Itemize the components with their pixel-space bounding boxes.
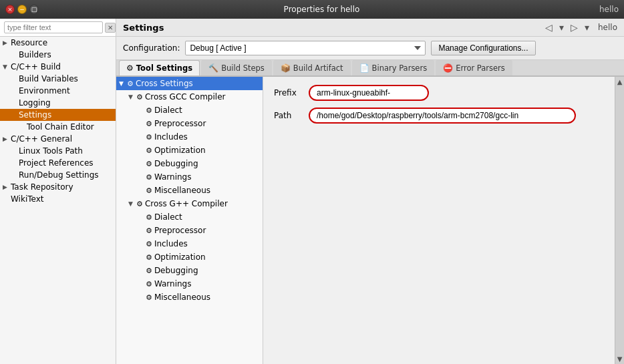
titlebar: × − □ Properties for hello hello — [0, 0, 624, 19]
tab-build-artifact[interactable]: 📦Build Artifact — [273, 60, 351, 75]
tree-panel-item-cross-gpp-compiler[interactable]: ▼⚙Cross G++ Compiler — [116, 197, 263, 210]
tab-binary-parsers[interactable]: 📄Binary Parsers — [352, 60, 435, 75]
tree-panel-item-gcc-includes[interactable]: ⚙Includes — [116, 130, 263, 144]
tree-panel-item-gpp-dialect[interactable]: ⚙Dialect — [116, 210, 263, 224]
prefix-label: Prefix — [274, 88, 303, 98]
tree-panel-item-gcc-preprocessor[interactable]: ⚙Preprocessor — [116, 117, 263, 130]
tp-icon-gcc-dialect: ⚙ — [146, 106, 152, 115]
tree-panel-item-gcc-dialect[interactable]: ⚙Dialect — [116, 104, 263, 117]
tp-icon-gcc-includes: ⚙ — [146, 133, 152, 142]
tree-panel-item-gpp-debugging[interactable]: ⚙Debugging — [116, 264, 263, 277]
tree-panel-item-gcc-miscellaneous[interactable]: ⚙Miscellaneous — [116, 184, 263, 197]
right-scrollbar[interactable]: ▲ ▼ — [615, 77, 624, 364]
tab-icon-error-parsers: ⛔ — [443, 63, 453, 73]
back-button[interactable]: ◁ — [543, 21, 555, 33]
tp-label-gcc-includes: Includes — [154, 132, 188, 142]
sidebar-item-resource[interactable]: ▶Resource — [0, 37, 116, 49]
content-area: Settings ◁ ▾ ▷ ▾ hello Configuration: De… — [116, 19, 624, 364]
sidebar-item-builders[interactable]: Builders — [0, 49, 116, 61]
sidebar-label-resource: Resource — [11, 38, 47, 47]
sidebar-item-build-variables[interactable]: Build Variables — [0, 73, 116, 85]
tp-icon-gpp-debugging: ⚙ — [146, 266, 152, 275]
sidebar-item-linux-tools-path[interactable]: Linux Tools Path — [0, 145, 116, 157]
tree-panel-item-gcc-warnings[interactable]: ⚙Warnings — [116, 170, 263, 184]
sidebar-item-tool-chain-editor[interactable]: Tool Chain Editor — [0, 121, 116, 133]
sidebar-item-project-references[interactable]: Project References — [0, 157, 116, 169]
tp-arrow-cross-settings: ▼ — [119, 80, 127, 87]
tp-label-gpp-miscellaneous: Miscellaneous — [154, 293, 210, 302]
sidebar-label-environment: Environment — [19, 86, 70, 96]
sidebar-item-logging[interactable]: Logging — [0, 97, 116, 109]
tp-label-gpp-dialect: Dialect — [154, 212, 182, 222]
tree-panel-item-gcc-optimization[interactable]: ⚙Optimization — [116, 144, 263, 157]
tp-label-gpp-preprocessor: Preprocessor — [154, 226, 206, 235]
split-pane: ▼⚙Cross Settings▼⚙Cross GCC Compiler⚙Dia… — [116, 77, 624, 364]
sidebar-item-cpp-general[interactable]: ▶C/C++ General — [0, 133, 116, 145]
tp-icon-gpp-dialect: ⚙ — [146, 213, 152, 222]
tab-build-steps[interactable]: 🔨Build Steps — [201, 60, 272, 75]
settings-header: Settings — [123, 23, 543, 33]
path-label: Path — [274, 111, 303, 120]
sidebar-item-wikitext[interactable]: WikiText — [0, 193, 116, 205]
tp-label-cross-gcc-compiler: Cross GCC Compiler — [145, 92, 226, 102]
tree-panel-item-gpp-optimization[interactable]: ⚙Optimization — [116, 250, 263, 264]
scroll-down-arrow[interactable]: ▼ — [616, 354, 624, 364]
tp-icon-cross-settings: ⚙ — [127, 79, 134, 88]
filter-box: ✕ — [0, 19, 116, 37]
tab-icon-build-steps: 🔨 — [208, 63, 218, 73]
sidebar-item-task-repository[interactable]: ▶Task Repository — [0, 181, 116, 193]
maximize-button[interactable]: □ — [29, 5, 39, 14]
tree-panel-item-gpp-preprocessor[interactable]: ⚙Preprocessor — [116, 224, 263, 237]
tp-icon-gcc-preprocessor: ⚙ — [146, 120, 152, 128]
tp-label-gpp-debugging: Debugging — [154, 266, 198, 275]
close-button[interactable]: × — [5, 5, 15, 14]
tree-panel-item-cross-settings[interactable]: ▼⚙Cross Settings — [116, 77, 263, 90]
tp-icon-gcc-warnings: ⚙ — [146, 173, 152, 182]
manage-configurations-button[interactable]: Manage Configurations... — [431, 41, 535, 55]
tp-label-gpp-includes: Includes — [154, 239, 188, 248]
window-title: Properties for hello — [44, 5, 599, 14]
tree-panel: ▼⚙Cross Settings▼⚙Cross GCC Compiler⚙Dia… — [116, 77, 263, 364]
sidebar-item-environment[interactable]: Environment — [0, 85, 116, 97]
tp-label-gcc-debugging: Debugging — [154, 159, 198, 168]
scroll-up-arrow[interactable]: ▲ — [616, 77, 624, 87]
tree-panel-item-cross-gcc-compiler[interactable]: ▼⚙Cross GCC Compiler — [116, 90, 263, 104]
tp-label-gpp-optimization: Optimization — [154, 252, 206, 262]
sidebar-item-run-debug-settings[interactable]: Run/Debug Settings — [0, 169, 116, 181]
forward-button[interactable]: ▷ — [569, 21, 580, 33]
window-controls[interactable]: × − □ — [5, 5, 39, 14]
sidebar-item-cpp-build[interactable]: ▼C/C++ Build — [0, 61, 116, 73]
filter-clear-button[interactable]: ✕ — [105, 23, 116, 33]
filter-input[interactable] — [4, 21, 103, 33]
tp-label-gcc-dialect: Dialect — [154, 106, 182, 115]
sidebar-label-project-references: Project References — [19, 158, 94, 168]
tree-panel-item-gpp-includes[interactable]: ⚙Includes — [116, 237, 263, 250]
sidebar-label-settings: Settings — [19, 110, 51, 120]
sidebar-arrow-task-repository: ▶ — [3, 184, 11, 190]
forward-dropdown-button[interactable]: ▾ — [583, 21, 591, 33]
tree-panel-item-gpp-warnings[interactable]: ⚙Warnings — [116, 277, 263, 291]
tab-tool-settings[interactable]: ⚙Tool Settings — [119, 60, 200, 75]
config-select[interactable]: Debug [ Active ] — [185, 41, 426, 55]
sidebar-label-builders: Builders — [19, 50, 51, 59]
sidebar-item-settings[interactable]: Settings — [0, 109, 116, 121]
tree-panel-item-gcc-debugging[interactable]: ⚙Debugging — [116, 157, 263, 170]
tp-icon-gcc-optimization: ⚙ — [146, 146, 152, 155]
sidebar-label-linux-tools-path: Linux Tools Path — [19, 146, 83, 156]
tp-label-gcc-preprocessor: Preprocessor — [154, 119, 206, 128]
tree-panel-item-gpp-miscellaneous[interactable]: ⚙Miscellaneous — [116, 291, 263, 304]
tp-label-cross-gpp-compiler: Cross G++ Compiler — [145, 199, 228, 208]
tp-icon-gcc-miscellaneous: ⚙ — [146, 186, 152, 195]
back-dropdown-button[interactable]: ▾ — [557, 21, 566, 33]
prefix-input[interactable] — [309, 85, 429, 101]
tab-label-binary-parsers: Binary Parsers — [372, 63, 428, 73]
path-row: Path — [274, 108, 604, 124]
toolbar-right-label: hello — [598, 23, 617, 32]
tp-icon-gpp-includes: ⚙ — [146, 240, 152, 248]
config-row: Configuration: Debug [ Active ] Manage C… — [116, 37, 624, 60]
tp-icon-gcc-debugging: ⚙ — [146, 160, 152, 168]
tab-error-parsers[interactable]: ⛔Error Parsers — [436, 60, 512, 75]
sidebar-label-cpp-build: C/C++ Build — [11, 62, 61, 71]
minimize-button[interactable]: − — [17, 5, 27, 14]
path-input[interactable] — [309, 108, 576, 124]
